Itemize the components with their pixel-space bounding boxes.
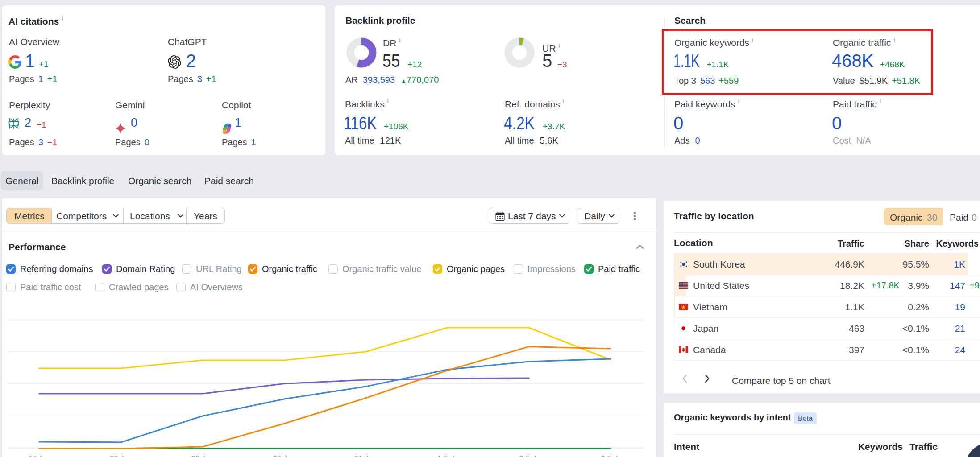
svg-text:1 Feb: 1 Feb: [437, 454, 457, 457]
svg-text:2 Feb: 2 Feb: [519, 454, 538, 457]
svg-text:28 Jan: 28 Jan: [109, 454, 132, 457]
svg-text:31 Jan: 31 Jan: [354, 454, 377, 457]
svg-text:3 Feb: 3 Feb: [601, 454, 620, 457]
svg-text:29 Jan: 29 Jan: [191, 454, 214, 457]
svg-text:27 Jan: 27 Jan: [28, 454, 50, 457]
svg-text:30 Jan: 30 Jan: [273, 454, 295, 457]
